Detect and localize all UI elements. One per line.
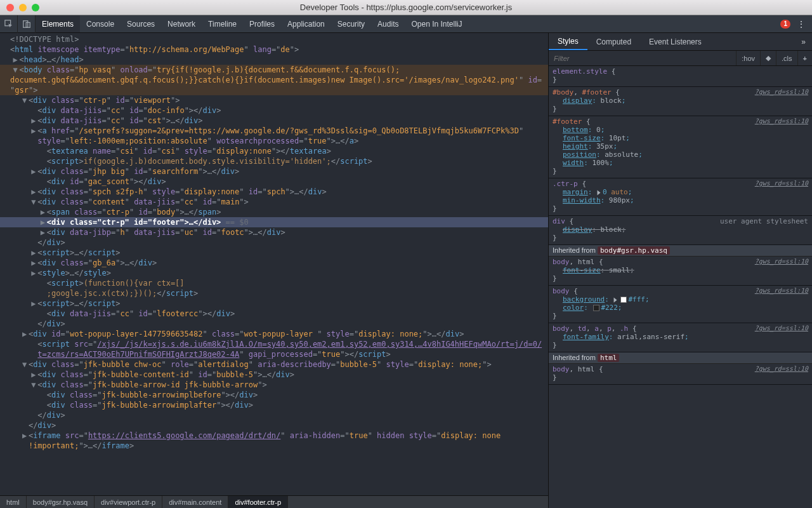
style-rule[interactable]: ?gws_rd=ssl:10#body, #footer {display: b…: [549, 87, 812, 116]
panel-tab-elements[interactable]: Elements: [36, 15, 80, 32]
pin-icon[interactable]: ◆: [760, 51, 776, 65]
breadcrumb-item[interactable]: div#footer.ctr-p: [228, 496, 288, 508]
elements-panel: <!DOCTYPE html> <html itemscope itemtype…: [0, 33, 548, 508]
dom-line[interactable]: </div>: [0, 410, 548, 420]
dom-line[interactable]: </div>: [0, 420, 548, 431]
source-link[interactable]: ?gws_rd=ssl:10: [755, 324, 808, 331]
dom-line[interactable]: ▶<iframe src="https://clients5.google.co…: [0, 431, 548, 441]
user-agent-label: user agent stylesheet: [720, 217, 808, 225]
panel-tab-profiles[interactable]: Profiles: [243, 15, 281, 32]
source-link[interactable]: ?gws_rd=ssl:10: [755, 117, 808, 124]
devtools-toolbar: ElementsConsoleSourcesNetworkTimelinePro…: [0, 15, 812, 33]
devtools-window: Developer Tools - https://plus.google.co…: [0, 0, 812, 508]
styles-sidebar: Styles Computed Event Listeners » :hov ◆…: [548, 33, 812, 508]
breadcrumb-item[interactable]: html: [0, 496, 27, 508]
dom-line[interactable]: <div class="jfk-bubble-arrowimplafter"><…: [0, 400, 548, 410]
styles-filter-row: :hov ◆ .cls +: [549, 51, 812, 66]
breadcrumb-item[interactable]: div#viewport.ctr-p: [95, 496, 162, 508]
inspect-element-icon[interactable]: [0, 15, 18, 33]
breadcrumb-item[interactable]: div#main.content: [162, 496, 228, 508]
dom-line[interactable]: document.gbqf&&document.gbqf.q.focus();}…: [0, 75, 548, 85]
style-rules[interactable]: element.style {}?gws_rd=ssl:10#body, #fo…: [549, 66, 812, 508]
dom-line[interactable]: ▶<style>…</style>: [0, 268, 548, 278]
styles-filter-input[interactable]: [549, 55, 736, 62]
dom-line[interactable]: ▼<div class="jfk-bubble chw-oc" role="al…: [0, 359, 548, 370]
dom-line[interactable]: ▶<a href="/setprefs?suggon=2&prev=https:…: [0, 126, 548, 136]
dom-line[interactable]: <div data-jiis="cc" id="doc-info"></div>: [0, 105, 548, 116]
sidebar-tabs: Styles Computed Event Listeners »: [549, 33, 812, 51]
dom-line[interactable]: </div>: [0, 237, 548, 248]
panel-tab-timeline[interactable]: Timeline: [202, 15, 243, 32]
source-link[interactable]: ?gws_rd=ssl:10: [755, 258, 808, 265]
window-title: Developer Tools - https://plus.google.co…: [0, 3, 812, 12]
panel-tab-sources[interactable]: Sources: [121, 15, 161, 32]
dom-line[interactable]: ▶<div class="gb_6a">…</div>: [0, 258, 548, 268]
dom-line[interactable]: <html itemscope itemtype="http://schema.…: [0, 44, 548, 55]
source-link[interactable]: ?gws_rd=ssl:10: [755, 287, 808, 294]
dom-line[interactable]: style="left:-1000em;position:absolute" w…: [0, 136, 548, 146]
panel-tab-application[interactable]: Application: [281, 15, 331, 32]
style-rule[interactable]: element.style {}: [549, 66, 812, 87]
sidebar-tabs-overflow-icon[interactable]: »: [795, 33, 812, 50]
dom-line[interactable]: ▼<div class="jfk-bubble-arrow-id jfk-bub…: [0, 380, 548, 390]
dom-line[interactable]: <script src="/xjs/_/js/k=xjs.s.de.iu6m8k…: [0, 339, 548, 349]
style-rule[interactable]: ?gws_rd=ssl:10body, html {font-size: sma…: [549, 257, 812, 286]
hov-toggle[interactable]: :hov: [736, 51, 760, 65]
cls-toggle[interactable]: .cls: [776, 51, 797, 65]
style-rule[interactable]: ?gws_rd=ssl:10.ctr-p {margin: 0 auto;min…: [549, 178, 812, 216]
more-menu-icon[interactable]: ⋮: [797, 19, 806, 29]
style-rule[interactable]: ?gws_rd=ssl:10body {background: #fff;col…: [549, 286, 812, 323]
style-rule[interactable]: ?gws_rd=ssl:10#footer {bottom: 0;font-si…: [549, 116, 812, 178]
dom-line[interactable]: !important;">…</iframe>: [0, 441, 548, 451]
dom-line[interactable]: ▼<body class="hp vasq" onload="try{if(!g…: [0, 65, 548, 75]
tab-event-listeners[interactable]: Event Listeners: [640, 33, 710, 50]
source-link[interactable]: ?gws_rd=ssl:10: [755, 365, 808, 372]
style-rule[interactable]: user agent stylesheetdiv {display: block…: [549, 216, 812, 245]
dom-line[interactable]: ;google.jsc.x(ctx);})();</script>: [0, 288, 548, 298]
dom-tree[interactable]: <!DOCTYPE html> <html itemscope itemtype…: [0, 33, 548, 495]
panel-tab-open-in-intellij[interactable]: Open In IntelliJ: [405, 15, 468, 32]
style-rule[interactable]: ?gws_rd=ssl:10body, td, a, p, .h {font-f…: [549, 323, 812, 352]
inherited-from-divider: Inherited from html: [549, 352, 812, 364]
dom-line[interactable]: ▶<span class="ctr-p" id="body">…</span>: [0, 207, 548, 217]
error-count-badge[interactable]: 1: [780, 20, 790, 29]
dom-line[interactable]: ▼<div class="ctr-p" id="viewport">: [0, 95, 548, 105]
inherited-from-divider: Inherited from body#gsr.hp.vasq: [549, 245, 812, 257]
dom-line[interactable]: ▶<script>…</script>: [0, 248, 548, 258]
svg-rect-1: [23, 20, 27, 27]
dom-line[interactable]: ▶<div data-jiis="cc" id="cst">…</div>: [0, 116, 548, 126]
dom-line[interactable]: </div>: [0, 319, 548, 329]
panel-tab-security[interactable]: Security: [331, 15, 371, 32]
dom-line[interactable]: <!DOCTYPE html>: [0, 34, 548, 44]
dom-line[interactable]: ▶<div class="spch s2fp-h" style="display…: [0, 187, 548, 197]
new-style-rule-button[interactable]: +: [797, 51, 812, 65]
dom-line[interactable]: ▶<div data-jibp="h" data-jiis="uc" id="f…: [0, 227, 548, 237]
dom-line[interactable]: "gsr">: [0, 85, 548, 95]
dom-line[interactable]: ▶<div class="jfk-bubble-content-id" id="…: [0, 370, 548, 380]
dom-line[interactable]: ▼<div class="content" data-jiis="cc" id=…: [0, 197, 548, 207]
panel-tab-audits[interactable]: Audits: [371, 15, 405, 32]
dom-line[interactable]: ▶<script>…</script>: [0, 298, 548, 309]
dom-line[interactable]: ▶<div id="wot-popup-layer-1477596635482"…: [0, 329, 548, 339]
dom-line[interactable]: ▶<div class="jhp big" id="searchform">…<…: [0, 166, 548, 177]
style-rule[interactable]: ?gws_rd=ssl:10body, html {}: [549, 364, 812, 385]
content-area: <!DOCTYPE html> <html itemscope itemtype…: [0, 33, 812, 508]
panel-tab-console[interactable]: Console: [80, 15, 121, 32]
dom-line[interactable]: <div data-jiis="cc" id="lfootercc"></div…: [0, 309, 548, 319]
source-link[interactable]: ?gws_rd=ssl:10: [755, 180, 808, 187]
tab-styles[interactable]: Styles: [549, 33, 587, 50]
dom-line[interactable]: ▶<head>…</head>: [0, 55, 548, 65]
tab-computed[interactable]: Computed: [587, 33, 640, 50]
dom-line[interactable]: <div class="jfk-bubble-arrowimplbefore">…: [0, 390, 548, 400]
window-titlebar: Developer Tools - https://plus.google.co…: [0, 0, 812, 15]
panel-tab-network[interactable]: Network: [161, 15, 202, 32]
dom-line[interactable]: <script>(function(){var ctx=[]: [0, 278, 548, 288]
device-toolbar-icon[interactable]: [18, 15, 36, 33]
dom-line[interactable]: t=zcms/rs=ACT90oEh7UPnifmSOFHIgArztJ8qe0…: [0, 349, 548, 359]
dom-line[interactable]: ▶<div class="ctr-p" id="footer">…</div> …: [0, 217, 548, 227]
dom-line[interactable]: <textarea name="csi" id="csi" style="dis…: [0, 146, 548, 156]
source-link[interactable]: ?gws_rd=ssl:10: [755, 88, 808, 95]
dom-line[interactable]: <script>if(google.j.b)document.body.styl…: [0, 156, 548, 166]
dom-line[interactable]: <div id="gac_scont"></div>: [0, 177, 548, 187]
breadcrumb-item[interactable]: body#gsr.hp.vasq: [27, 496, 95, 508]
